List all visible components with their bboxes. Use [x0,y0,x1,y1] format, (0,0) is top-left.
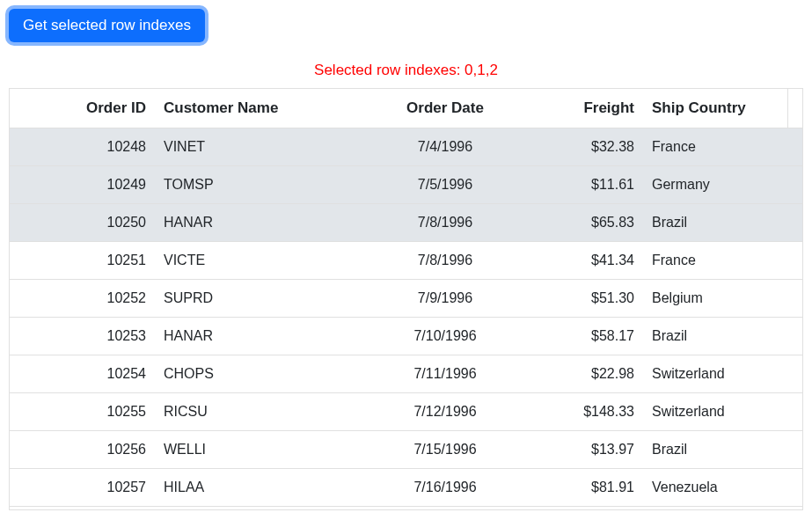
table-row[interactable]: 10257HILAA7/16/1996$81.91Venezuela [10,469,802,507]
cell-order-id: 10249 [10,166,155,203]
header-customer-name[interactable]: Customer Name [155,89,362,128]
cell-ship-country: Germany [643,166,802,203]
header-order-date[interactable]: Order Date [362,89,529,128]
cell-order-date: 7/8/1996 [362,242,529,279]
cell-order-date: 7/8/1996 [362,204,529,241]
cell-customer-name: HANAR [155,204,362,241]
cell-customer-name: HANAR [155,318,362,355]
cell-order-id: 10252 [10,280,155,317]
table-row[interactable]: 10256WELLI7/15/1996$13.97Brazil [10,431,802,469]
header-order-id[interactable]: Order ID [10,89,155,128]
cell-freight: $148.33 [529,393,643,430]
header-freight[interactable]: Freight [529,89,643,128]
cell-ship-country: France [643,242,802,279]
header-ship-country[interactable]: Ship Country [643,89,787,128]
cell-order-date: 7/16/1996 [362,469,529,506]
cell-freight: $41.34 [529,242,643,279]
cell-order-date: 7/4/1996 [362,128,529,165]
cell-freight: $32.38 [529,128,643,165]
cell-order-id: 10248 [10,128,155,165]
cell-order-date: 7/11/1996 [362,355,529,392]
cell-customer-name: HILAA [155,469,362,506]
header-scroll-spacer [787,89,802,128]
cell-ship-country: Brazil [643,431,802,468]
selected-indexes-prefix: Selected row indexes: [314,62,465,78]
orders-grid: Order ID Customer Name Order Date Freigh… [9,88,803,510]
cell-ship-country: Venezuela [643,469,802,506]
cell-order-date: 7/10/1996 [362,318,529,355]
get-selected-row-indexes-button[interactable]: Get selected row indexes [9,9,205,42]
cell-freight: $11.61 [529,166,643,203]
cell-freight: $13.97 [529,431,643,468]
cell-customer-name: CHOPS [155,355,362,392]
table-row[interactable]: 10255RICSU7/12/1996$148.33Switzerland [10,393,802,431]
cell-order-id: 10254 [10,355,155,392]
cell-order-id: 10255 [10,393,155,430]
cell-order-id: 10251 [10,242,155,279]
cell-order-date: 7/5/1996 [362,166,529,203]
cell-customer-name: TOMSP [155,166,362,203]
table-row[interactable]: 10249TOMSP7/5/1996$11.61Germany [10,166,802,204]
cell-order-date: 7/12/1996 [362,393,529,430]
cell-customer-name: VINET [155,128,362,165]
table-row[interactable]: 10250HANAR7/8/1996$65.83Brazil [10,204,802,242]
cell-order-date: 7/9/1996 [362,280,529,317]
selected-indexes-values: 0,1,2 [465,62,498,78]
cell-customer-name: SUPRD [155,280,362,317]
grid-body[interactable]: 10248VINET7/4/1996$32.38France10249TOMSP… [10,128,802,509]
cell-order-date: 7/15/1996 [362,431,529,468]
cell-order-id: 10250 [10,204,155,241]
table-row[interactable]: 10248VINET7/4/1996$32.38France [10,128,802,166]
cell-ship-country: Switzerland [643,393,802,430]
cell-customer-name: RICSU [155,393,362,430]
cell-freight: $81.91 [529,469,643,506]
table-row[interactable]: 10252SUPRD7/9/1996$51.30Belgium [10,280,802,318]
selected-indexes-message: Selected row indexes: 0,1,2 [0,62,812,79]
cell-ship-country: France [643,128,802,165]
cell-order-id: 10256 [10,431,155,468]
table-row[interactable]: 10254CHOPS7/11/1996$22.98Switzerland [10,355,802,393]
cell-ship-country: Brazil [643,204,802,241]
cell-order-id: 10257 [10,469,155,506]
cell-freight: $51.30 [529,280,643,317]
table-row[interactable]: 10253HANAR7/10/1996$58.17Brazil [10,318,802,355]
cell-ship-country: Switzerland [643,355,802,392]
cell-freight: $58.17 [529,318,643,355]
cell-freight: $65.83 [529,204,643,241]
cell-ship-country: Belgium [643,280,802,317]
table-row[interactable]: 10251VICTE7/8/1996$41.34France [10,242,802,280]
cell-customer-name: WELLI [155,431,362,468]
cell-customer-name: VICTE [155,242,362,279]
grid-header: Order ID Customer Name Order Date Freigh… [10,89,802,128]
cell-order-id: 10253 [10,318,155,355]
cell-ship-country: Brazil [643,318,802,355]
cell-freight: $22.98 [529,355,643,392]
